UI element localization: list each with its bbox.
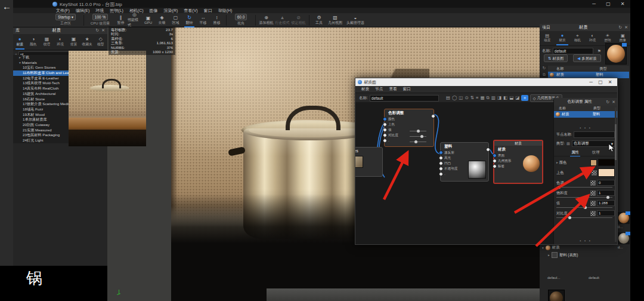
tab-textures[interactable]: ▦纹理 [40,34,54,50]
contrast-slider[interactable] [556,217,612,218]
geometry-view-button[interactable]: ▧ 几何视图 [326,15,344,26]
tab-properties[interactable]: 属性 [569,149,581,156]
delete-node-icon[interactable]: ⊞ [566,142,570,146]
graph-menu-view[interactable]: 查看 [386,87,399,92]
input-port-surface[interactable] [493,153,497,158]
split-node-icon[interactable]: ◫ [459,95,463,101]
align-icon[interactable]: ≡ [476,95,478,101]
back-arrow-icon[interactable]: ← [2,1,11,11]
tools-button[interactable]: ⚙ 工具 [312,15,326,26]
close-icon[interactable]: ✕ [612,100,615,105]
menu-lighting[interactable]: 照明(L) [107,8,126,13]
grid-icon[interactable]: ▦ [480,95,484,101]
material-name-input[interactable] [553,48,593,54]
link-icon[interactable]: ⧉ [543,72,546,77]
workspace-selector[interactable]: Startup ▾ 工作区 [50,14,81,26]
tab-environment[interactable]: ◐环境 [585,31,600,45]
splitter-handle[interactable]: • • • [554,126,617,130]
save-icon[interactable]: ▤ [446,95,450,101]
graph-name-input[interactable] [370,95,439,102]
menu-render[interactable]: 渲染(R) [162,8,181,13]
material-thumb[interactable] [548,290,565,301]
sync-icon[interactable]: ↻ [543,66,546,70]
flag-icon[interactable]: ⚑ [597,49,601,54]
input-port-extra[interactable] [383,139,387,143]
graph-minimize-button[interactable]: ─ [586,79,596,86]
graph-menu-node[interactable]: 节点 [373,87,385,92]
material-preview-frame[interactable] [605,43,627,64]
gpu-button[interactable]: ▣ GPU [141,16,155,24]
maximize-button[interactable]: ▢ [603,1,613,7]
sort-icon[interactable]: ⇅ [470,95,474,101]
close-icon[interactable]: ✕ [101,28,105,33]
plastic-node[interactable]: 塑料 漫反射 高光 凹凸 不透明度 · [440,142,489,182]
menu-file[interactable]: 文件(F) [54,8,72,13]
tab-texture[interactable]: 纹理 [590,149,602,156]
add-camera-button[interactable]: ⊕ 添加相机 [258,15,274,26]
node-canvas[interactable]: files 色彩调整 颜色 上色 值 对比度 · 塑料 漫反射 [355,102,554,244]
menu-environment[interactable]: 环境 [93,8,106,13]
region-button[interactable]: ▢ 区域 [169,15,182,26]
contrast-value-field[interactable]: 1 [597,210,615,216]
tint-color-bar[interactable] [598,168,615,177]
splitter-handle[interactable]: • • • [554,239,617,242]
input-port-color[interactable] [383,117,387,121]
refresh-icon[interactable]: ↻ [95,28,99,33]
texture-checker-icon[interactable] [590,201,596,206]
refresh-icon[interactable]: ↻ [618,25,622,30]
tab-environments[interactable]: ◐环境 [54,34,67,50]
input-port-specular[interactable] [439,156,443,160]
side-material-thumb[interactable] [618,212,630,224]
tumble-button[interactable]: ↻ 翻转 [182,15,196,26]
pan-button[interactable]: ↔ 平移 [196,15,210,26]
material-root-node[interactable]: 材质 材质 表面 几何图形 标签 [493,140,543,184]
input-port-tint[interactable] [383,122,387,127]
lock-camera-button[interactable]: ⊘ 锁定相机 [290,15,306,26]
performance-mode-button[interactable]: ◎ 性能模式 [128,12,141,28]
graph-menu-material[interactable]: 材质 [359,87,371,92]
menu-window[interactable]: 窗口 [202,8,215,13]
texture-checker-icon[interactable] [592,170,597,176]
corner-icon[interactable]: ◪ [515,95,519,101]
graph-titlebar[interactable]: 材质图 ─ ▢ ✕ [355,78,617,86]
graph-close-button[interactable]: ✕ [605,79,615,86]
fov-control[interactable]: 60.0 视角 [229,14,253,26]
circle-node-icon[interactable]: ◯ [452,95,457,101]
half-left-icon[interactable]: ◧ [503,95,507,101]
denoise-button[interactable]: ◈ 去噪 [155,15,169,26]
bottom-icon[interactable]: ⬓ [509,95,513,101]
input-port-value[interactable] [383,128,387,132]
tab-scene[interactable]: ▤场景 [540,31,555,45]
refresh-icon[interactable]: ↻ [606,100,609,105]
target-icon[interactable]: ⊙ [465,95,468,101]
tab-favorites[interactable]: ★收藏夹 [80,34,94,50]
props-material-row[interactable]: 材质 塑料 [554,111,617,118]
props-scrollbar[interactable] [615,108,617,242]
tab-camera[interactable]: ⌖相机 [570,31,585,45]
value-slider[interactable] [556,207,612,208]
tab-material[interactable]: ●材质 [555,31,569,45]
tab-colors[interactable]: ◑颜色 [27,34,41,50]
input-port-contrast[interactable] [383,133,387,137]
minimize-button[interactable]: ─ [589,1,599,7]
headset-manager-button[interactable]: ◒ 头戴管理器 [344,15,367,26]
hue-slider[interactable] [556,187,612,188]
walkthrough-button[interactable]: ▲ 行走模式 [274,15,290,26]
input-port-diffuse[interactable] [439,150,443,155]
half-right-icon[interactable]: ◨ [497,95,501,101]
node-slider[interactable] [410,136,426,137]
add-node-icon[interactable]: ＋ [521,95,528,101]
color-adjust-node[interactable]: 色彩调整 颜色 上色 值 对比度 · [384,109,434,147]
material-tree-root[interactable]: ▾ 材质 [542,245,560,250]
node-type-dropdown[interactable]: 色彩调整▾ [572,140,615,147]
material-tree-surface[interactable]: ▸ 塑料 (表面) [548,252,578,258]
graph-maximize-button[interactable]: ▢ [596,79,605,86]
hue-value-field[interactable]: 0 [597,180,615,186]
tab-models[interactable]: ◇模型 [94,34,107,50]
menu-view[interactable]: 查看(V) [181,8,200,13]
texture-checker-icon[interactable] [590,180,596,186]
menu-edit[interactable]: 编辑(E) [73,8,92,13]
texture-node-partial[interactable]: files [355,147,383,177]
texture-checker-icon[interactable] [590,211,596,216]
input-port-label[interactable] [493,164,497,168]
